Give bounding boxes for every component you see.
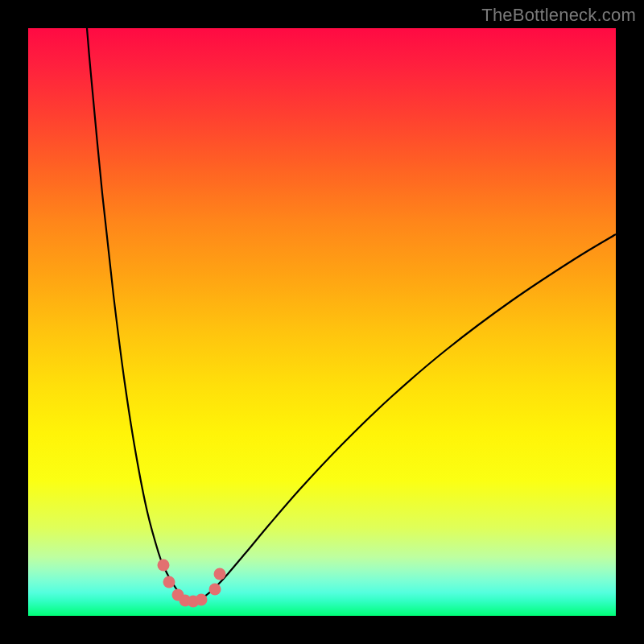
- curve-layer: [28, 28, 616, 616]
- curve-right-branch: [188, 234, 616, 601]
- bottom-dot-cluster: [158, 559, 226, 608]
- cluster-dot: [158, 559, 170, 572]
- chart-frame: TheBottleneck.com: [0, 0, 644, 644]
- plot-area: [28, 28, 616, 616]
- cluster-dot: [163, 576, 175, 588]
- curve-left-branch: [87, 28, 188, 601]
- bottleneck-curve: [87, 28, 616, 601]
- cluster-dot: [214, 568, 226, 580]
- watermark-text: TheBottleneck.com: [481, 5, 636, 26]
- cluster-dot: [209, 584, 221, 596]
- cluster-dot: [196, 594, 208, 606]
